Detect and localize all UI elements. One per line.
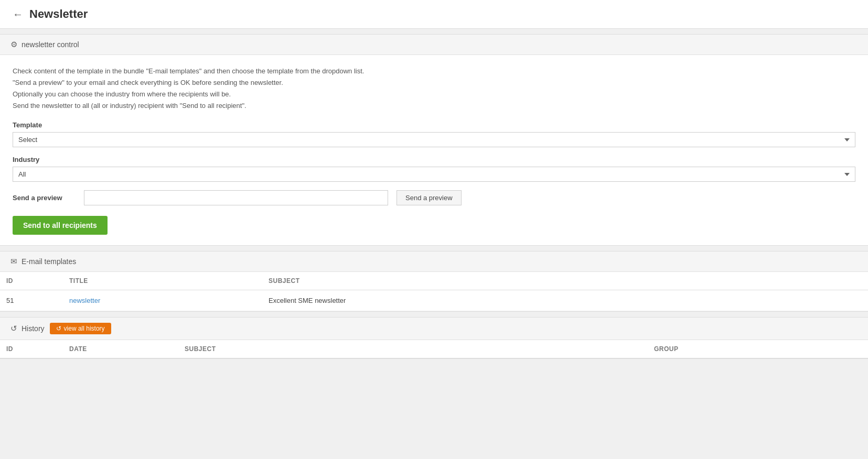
template-title: newsletter xyxy=(63,290,262,311)
history-col-date: DATE xyxy=(63,340,178,358)
template-id: 51 xyxy=(0,290,63,311)
email-templates-thead: ID TITLE SUBJECT xyxy=(0,272,868,290)
col-header-subject: SUBJECT xyxy=(262,272,868,290)
email-templates-title: E-mail templates xyxy=(22,257,76,266)
send-preview-button[interactable]: Send a preview xyxy=(397,190,462,205)
email-templates-header: ✉ E-mail templates xyxy=(0,252,868,272)
history-body: ID DATE SUBJECT GROUP xyxy=(0,340,868,358)
history-thead: ID DATE SUBJECT GROUP xyxy=(0,340,868,358)
send-preview-row: Send a preview Send a preview xyxy=(13,190,855,205)
table-row: 51 newsletter Excellent SME newsletter xyxy=(0,290,868,311)
col-header-title: TITLE xyxy=(63,272,262,290)
page-title: Newsletter xyxy=(29,7,88,21)
email-templates-header-row: ID TITLE SUBJECT xyxy=(0,272,868,290)
template-select[interactable]: Select xyxy=(13,132,855,147)
history-section: ↺ History ↺ view all history ID DATE SUB… xyxy=(0,317,868,359)
description-text: Check content of the template in the bun… xyxy=(13,65,855,112)
newsletter-control-body: Check content of the template in the bun… xyxy=(0,55,868,245)
email-templates-section: ✉ E-mail templates ID TITLE SUBJECT 51 n… xyxy=(0,251,868,312)
desc-line-3: Optionally you can choose the industry f… xyxy=(13,89,855,100)
newsletter-control-title: newsletter control xyxy=(22,40,79,49)
col-header-id: ID xyxy=(0,272,63,290)
history-header-inner: History ↺ view all history xyxy=(22,323,111,334)
newsletter-control-header: ⚙ newsletter control xyxy=(0,35,868,55)
industry-label: Industry xyxy=(13,156,855,163)
history-header-row: ID DATE SUBJECT GROUP xyxy=(0,340,868,358)
view-all-history-button[interactable]: ↺ view all history xyxy=(50,323,111,334)
desc-line-4: Send the newsletter to all (all or indus… xyxy=(13,100,855,112)
email-templates-tbody: 51 newsletter Excellent SME newsletter xyxy=(0,290,868,311)
email-templates-body: ID TITLE SUBJECT 51 newsletter Excellent… xyxy=(0,272,868,311)
history-col-group: GROUP xyxy=(648,340,868,358)
back-button[interactable]: ← xyxy=(13,8,23,20)
template-subject: Excellent SME newsletter xyxy=(262,290,868,311)
history-table: ID DATE SUBJECT GROUP xyxy=(0,340,868,358)
back-arrow-icon: ← xyxy=(13,8,23,20)
template-label: Template xyxy=(13,121,855,129)
newsletter-control-section: ⚙ newsletter control Check content of th… xyxy=(0,34,868,246)
email-templates-table: ID TITLE SUBJECT 51 newsletter Excellent… xyxy=(0,272,868,311)
history-col-id: ID xyxy=(0,340,63,358)
send-all-button[interactable]: Send to all recipients xyxy=(13,216,108,235)
industry-select[interactable]: All xyxy=(13,167,855,182)
template-title-link[interactable]: newsletter xyxy=(69,297,100,304)
view-all-history-label: view all history xyxy=(64,325,105,332)
history-col-subject: SUBJECT xyxy=(178,340,648,358)
send-preview-input[interactable] xyxy=(84,190,388,205)
templates-icon: ✉ xyxy=(10,257,17,266)
page-header: ← Newsletter xyxy=(0,0,868,29)
history-title: History xyxy=(22,324,45,333)
history-icon: ↺ xyxy=(10,324,17,333)
industry-group: Industry All xyxy=(13,156,855,182)
send-preview-label: Send a preview xyxy=(13,194,76,202)
history-header: ↺ History ↺ view all history xyxy=(0,318,868,340)
desc-line-1: Check content of the template in the bun… xyxy=(13,65,855,77)
desc-line-2: "Send a preview" to your email and check… xyxy=(13,77,855,89)
template-group: Template Select xyxy=(13,121,855,147)
gear-icon: ⚙ xyxy=(10,40,17,49)
history-refresh-icon: ↺ xyxy=(56,325,61,332)
